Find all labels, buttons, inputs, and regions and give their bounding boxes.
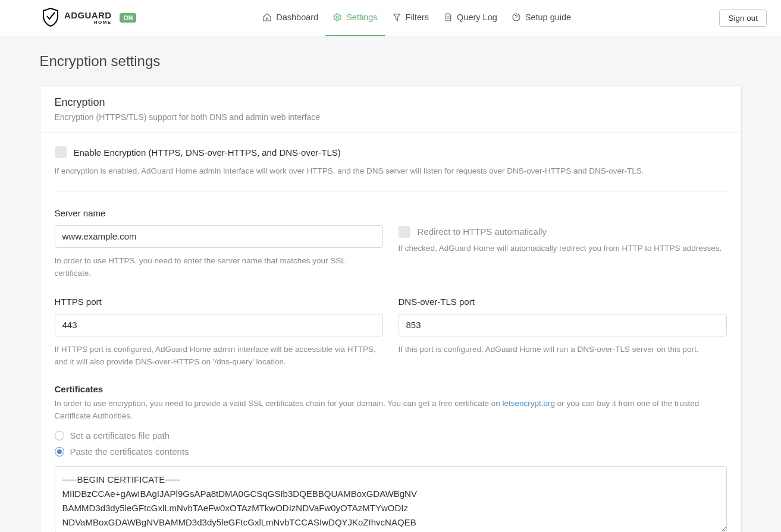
brand-logo: ADGUARD HOME ON	[42, 7, 136, 29]
filter-icon	[392, 12, 402, 22]
server-name-input[interactable]	[55, 225, 383, 248]
shield-icon	[42, 7, 59, 29]
svg-point-0	[336, 16, 338, 18]
cert-path-radio[interactable]	[55, 431, 64, 440]
nav-settings[interactable]: Settings	[325, 0, 384, 36]
server-name-help: In order to use HTTPS, you need to enter…	[55, 255, 383, 280]
brand-sub: HOME	[64, 20, 111, 25]
redirect-https-help: If checked, AdGuard Home will automatica…	[399, 243, 727, 255]
redirect-https-checkbox[interactable]	[399, 226, 410, 238]
nav-filters-label: Filters	[406, 12, 429, 22]
status-badge: ON	[120, 13, 136, 23]
document-icon	[443, 12, 453, 22]
card-subtitle: Encryption (HTTPS/TLS) support for both …	[55, 112, 727, 122]
cert-paste-radio[interactable]	[55, 447, 64, 457]
letsencrypt-link[interactable]: letsencrypt.org	[502, 399, 555, 408]
certificate-textarea[interactable]	[55, 466, 727, 532]
https-port-help: If HTTPS port is configured, AdGuard Hom…	[55, 344, 383, 369]
dot-port-label: DNS-over-TLS port	[399, 297, 727, 307]
home-icon	[262, 12, 272, 22]
nav-querylog-label: Query Log	[457, 12, 497, 22]
top-header: ADGUARD HOME ON Dashboard Settings Filte…	[0, 0, 781, 36]
nav-filters[interactable]: Filters	[385, 0, 436, 36]
enable-encryption-help: If encryption is enabled, AdGuard Home a…	[55, 165, 727, 178]
certificates-description: In order to use encryption, you need to …	[55, 398, 727, 423]
sign-out-button[interactable]: Sign out	[719, 10, 767, 27]
cert-path-radio-label: Set a certificates file path	[70, 430, 170, 440]
card-title: Encryption	[55, 96, 727, 109]
dot-port-help: If this port is configured, AdGuard Home…	[399, 344, 727, 356]
enable-encryption-label: Enable Encryption (HTTPS, DNS-over-HTTPS…	[74, 147, 341, 158]
brand-name: ADGUARD	[64, 11, 111, 20]
main-nav: Dashboard Settings Filters Query Log Set…	[255, 0, 578, 36]
certificates-heading: Certificates	[55, 384, 727, 394]
settings-icon	[333, 12, 342, 22]
divider	[55, 191, 727, 191]
https-port-input[interactable]	[55, 314, 383, 336]
cert-desc-a: In order to use encryption, you need to …	[55, 399, 503, 408]
dot-port-input[interactable]	[399, 314, 727, 336]
encryption-card: Encryption Encryption (HTTPS/TLS) suppor…	[40, 85, 742, 532]
nav-dashboard[interactable]: Dashboard	[255, 0, 325, 36]
page-title: Encryption settings	[40, 53, 742, 70]
https-port-label: HTTPS port	[55, 297, 383, 307]
redirect-https-label: Redirect to HTTPS automatically	[418, 226, 547, 237]
nav-dashboard-label: Dashboard	[276, 12, 318, 22]
cert-paste-radio-label: Paste the certificates contents	[70, 446, 189, 457]
enable-encryption-checkbox[interactable]	[55, 146, 67, 158]
nav-settings-label: Settings	[346, 12, 377, 22]
server-name-label: Server name	[55, 208, 383, 218]
nav-setup-guide[interactable]: Setup guide	[504, 0, 578, 36]
help-icon	[512, 12, 521, 22]
nav-setup-label: Setup guide	[525, 12, 571, 22]
nav-query-log[interactable]: Query Log	[436, 0, 504, 36]
